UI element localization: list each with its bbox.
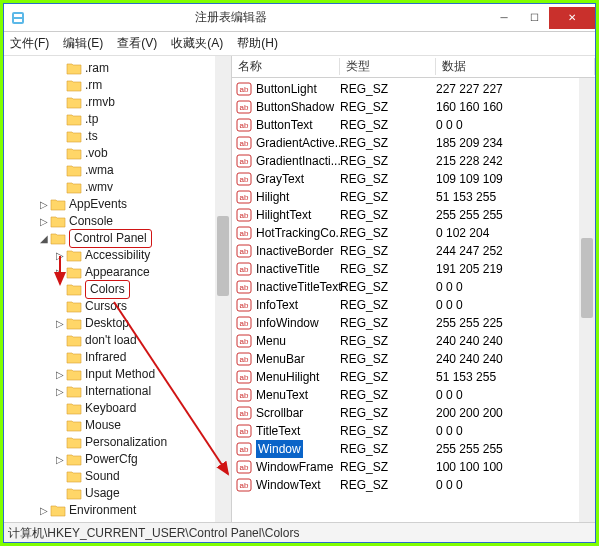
tree-item[interactable]: ▷Desktop: [6, 315, 231, 332]
list-row[interactable]: abInfoTextREG_SZ0 0 0: [232, 296, 595, 314]
value-data: 200 200 200: [436, 404, 595, 422]
value-data: 191 205 219: [436, 260, 595, 278]
tree-item-label: Environment: [69, 502, 136, 519]
tree-item-label: Input Method: [85, 366, 155, 383]
minimize-button[interactable]: ─: [489, 7, 519, 29]
list-row[interactable]: abInfoWindowREG_SZ255 255 225: [232, 314, 595, 332]
menu-help[interactable]: 帮助(H): [237, 35, 278, 52]
value-data: 255 255 225: [436, 314, 595, 332]
list-row[interactable]: abInactiveTitleTextREG_SZ0 0 0: [232, 278, 595, 296]
menu-favorites[interactable]: 收藏夹(A): [171, 35, 223, 52]
tree-item[interactable]: .wmv: [6, 179, 231, 196]
expand-icon[interactable]: ▷: [54, 315, 66, 332]
value-type: REG_SZ: [340, 350, 436, 368]
tree-item[interactable]: Usage: [6, 485, 231, 502]
value-data: 51 153 255: [436, 368, 595, 386]
list-scrollbar[interactable]: [579, 78, 595, 522]
list-row[interactable]: abWindowREG_SZ255 255 255: [232, 440, 595, 458]
tree-item[interactable]: Cursors: [6, 298, 231, 315]
expand-icon[interactable]: ▷: [38, 213, 50, 230]
tree-item[interactable]: Colors: [6, 281, 231, 298]
menu-file[interactable]: 文件(F): [10, 35, 49, 52]
menu-view[interactable]: 查看(V): [117, 35, 157, 52]
value-type: REG_SZ: [340, 422, 436, 440]
tree-item[interactable]: ▷Appearance: [6, 264, 231, 281]
tree-scrollbar[interactable]: [215, 56, 231, 522]
folder-icon: [66, 266, 82, 279]
list-row[interactable]: abMenuHilightREG_SZ51 153 255: [232, 368, 595, 386]
value-name: GradientInacti...: [256, 152, 341, 170]
list-row[interactable]: abGradientActive...REG_SZ185 209 234: [232, 134, 595, 152]
expand-icon[interactable]: ▷: [54, 366, 66, 383]
expand-icon[interactable]: ▷: [54, 247, 66, 264]
value-data: 0 0 0: [436, 476, 595, 494]
value-name: Scrollbar: [256, 404, 303, 422]
tree-item[interactable]: .tp: [6, 111, 231, 128]
list-row[interactable]: abWindowFrameREG_SZ100 100 100: [232, 458, 595, 476]
maximize-button[interactable]: ☐: [519, 7, 549, 29]
tree-item[interactable]: Personalization: [6, 434, 231, 451]
tree-item[interactable]: Infrared: [6, 349, 231, 366]
list-row[interactable]: abMenuTextREG_SZ0 0 0: [232, 386, 595, 404]
tree-item[interactable]: ▷Console: [6, 213, 231, 230]
value-data: 0 0 0: [436, 386, 595, 404]
list-row[interactable]: abMenuBarREG_SZ240 240 240: [232, 350, 595, 368]
tree-item[interactable]: Sound: [6, 468, 231, 485]
folder-icon: [66, 147, 82, 160]
tree-item[interactable]: ▷PowerCfg: [6, 451, 231, 468]
menu-edit[interactable]: 编辑(E): [63, 35, 103, 52]
list-row[interactable]: abHilightREG_SZ51 153 255: [232, 188, 595, 206]
expand-icon[interactable]: ◢: [38, 230, 50, 247]
string-value-icon: ab: [236, 244, 252, 258]
tree-item[interactable]: ▷Environment: [6, 502, 231, 519]
titlebar: 注册表编辑器 ─ ☐ ✕: [4, 4, 595, 32]
col-name[interactable]: 名称: [232, 58, 340, 75]
tree-item[interactable]: .ram: [6, 60, 231, 77]
tree-item[interactable]: ▷International: [6, 383, 231, 400]
tree-item[interactable]: .rmvb: [6, 94, 231, 111]
list-row[interactable]: abWindowTextREG_SZ0 0 0: [232, 476, 595, 494]
string-value-icon: ab: [236, 460, 252, 474]
list-row[interactable]: abScrollbarREG_SZ200 200 200: [232, 404, 595, 422]
value-name: MenuBar: [256, 350, 305, 368]
tree-item[interactable]: ▷Accessibility: [6, 247, 231, 264]
tree-item[interactable]: Keyboard: [6, 400, 231, 417]
tree-item[interactable]: .ts: [6, 128, 231, 145]
tree-item[interactable]: Mouse: [6, 417, 231, 434]
list-row[interactable]: abGrayTextREG_SZ109 109 109: [232, 170, 595, 188]
tree-item[interactable]: ◢Control Panel: [6, 230, 231, 247]
list-row[interactable]: abTitleTextREG_SZ0 0 0: [232, 422, 595, 440]
list-row[interactable]: abHilightTextREG_SZ255 255 255: [232, 206, 595, 224]
list-row[interactable]: abButtonShadowREG_SZ160 160 160: [232, 98, 595, 116]
list-row[interactable]: abInactiveBorderREG_SZ244 247 252: [232, 242, 595, 260]
list-row[interactable]: abMenuREG_SZ240 240 240: [232, 332, 595, 350]
list-row[interactable]: abButtonTextREG_SZ0 0 0: [232, 116, 595, 134]
list-row[interactable]: abGradientInacti...REG_SZ215 228 242: [232, 152, 595, 170]
tree-item-label: Appearance: [85, 264, 150, 281]
folder-icon: [66, 419, 82, 432]
expand-icon[interactable]: ▷: [54, 264, 66, 281]
expand-icon[interactable]: ▷: [38, 502, 50, 519]
col-type[interactable]: 类型: [340, 58, 436, 75]
tree-item[interactable]: .rm: [6, 77, 231, 94]
list-row[interactable]: abButtonLightREG_SZ227 227 227: [232, 80, 595, 98]
expand-icon[interactable]: ▷: [54, 451, 66, 468]
tree-item-label: .wmv: [85, 179, 113, 196]
value-name: ButtonShadow: [256, 98, 334, 116]
close-button[interactable]: ✕: [549, 7, 595, 29]
expand-icon[interactable]: ▷: [54, 383, 66, 400]
folder-icon: [66, 79, 82, 92]
value-name: TitleText: [256, 422, 300, 440]
expand-icon[interactable]: ▷: [38, 196, 50, 213]
tree-item[interactable]: .vob: [6, 145, 231, 162]
list-row[interactable]: abInactiveTitleREG_SZ191 205 219: [232, 260, 595, 278]
tree-item[interactable]: ▷Input Method: [6, 366, 231, 383]
tree-item[interactable]: .wma: [6, 162, 231, 179]
tree-item[interactable]: don't load: [6, 332, 231, 349]
list-row[interactable]: abHotTrackingCo...REG_SZ0 102 204: [232, 224, 595, 242]
folder-icon: [50, 215, 66, 228]
tree-item[interactable]: ▷AppEvents: [6, 196, 231, 213]
col-data[interactable]: 数据: [436, 58, 595, 75]
string-value-icon: ab: [236, 370, 252, 384]
value-name: Window: [256, 440, 303, 458]
